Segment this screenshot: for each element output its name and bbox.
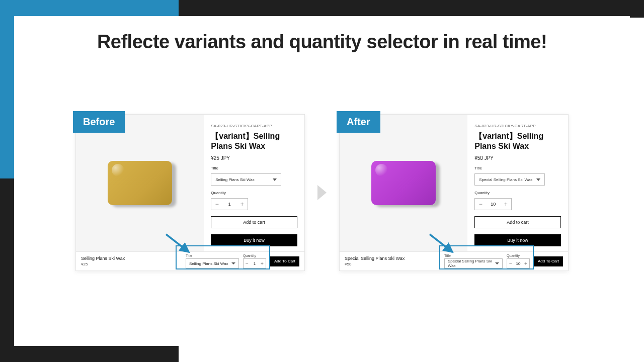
product-title: 【variant】Selling Plans Ski Wax	[211, 131, 297, 151]
sticky-variant-select[interactable]: Special Selling Plans Ski Wax	[444, 258, 503, 268]
sticky-qty-plus[interactable]: +	[522, 261, 529, 266]
sku-text: SA-023-UR-STICKY-CART-APP	[211, 124, 297, 128]
sticky-qty-minus[interactable]: −	[244, 261, 251, 266]
buy-now-button[interactable]: Buy it now	[474, 234, 561, 246]
qty-plus[interactable]: +	[236, 199, 248, 210]
headline: Reflecte variants and quantity selector …	[14, 31, 630, 53]
sku-text: SA-023-UR-STICKY-CART-APP	[474, 124, 561, 128]
after-details: SA-023-UR-STICKY-CART-APP 【variant】Selli…	[467, 115, 568, 251]
add-to-cart-button[interactable]: Add to cart	[474, 216, 561, 228]
qty-minus[interactable]: −	[211, 199, 222, 210]
variant-value: Special Selling Plans Ski Wax	[479, 177, 532, 182]
sticky-price: ¥50	[345, 262, 440, 266]
sticky-qty-value: 1	[251, 261, 259, 266]
sticky-qty-stepper[interactable]: − 10 +	[507, 258, 530, 268]
add-to-cart-button[interactable]: Add to cart	[211, 216, 297, 228]
sticky-qty-label: Quantity	[507, 254, 530, 257]
product-price: ¥50 JPY	[474, 155, 561, 161]
product-price: ¥25 JPY	[211, 155, 297, 161]
sticky-qty-value: 10	[514, 261, 522, 266]
qty-value: 10	[486, 202, 500, 207]
sticky-info: Selling Plans Ski Wax ¥25	[81, 256, 182, 266]
product-title: 【variant】Selling Plans Ski Wax	[474, 131, 561, 151]
after-image-area	[340, 115, 467, 251]
sticky-price: ¥25	[81, 262, 182, 266]
sticky-add-to-cart[interactable]: Add To Cart	[534, 256, 563, 266]
after-col: After SA-023-UR-STICKY-CART-APP 【variant…	[339, 114, 569, 271]
sticky-qty-group: Quantity − 10 +	[507, 254, 530, 268]
before-badge: Before	[73, 111, 125, 133]
buy-now-button[interactable]: Buy it now	[211, 234, 297, 246]
chevron-down-icon	[231, 262, 235, 264]
before-image-area	[76, 115, 204, 251]
sticky-info: Special Selling Plans Ski Wax ¥50	[345, 256, 440, 266]
arrow-annotation-icon	[427, 232, 462, 257]
before-details: SA-023-UR-STICKY-CART-APP 【variant】Selli…	[204, 115, 304, 251]
sticky-variant-value: Special Selling Plans Ski Wax	[448, 259, 495, 268]
sticky-qty-plus[interactable]: +	[259, 261, 266, 266]
page-card: Reflecte variants and quantity selector …	[14, 16, 630, 346]
quantity-stepper[interactable]: − 10 +	[474, 198, 512, 210]
quantity-stepper[interactable]: − 1 +	[211, 198, 248, 210]
before-col: Before SA-023-UR-STICKY-CART-APP 【varian…	[75, 114, 305, 271]
after-upper: SA-023-UR-STICKY-CART-APP 【variant】Selli…	[340, 115, 568, 251]
chevron-down-icon	[536, 178, 540, 181]
sticky-add-to-cart[interactable]: Add To Cart	[270, 256, 299, 266]
sticky-qty-stepper[interactable]: − 1 +	[243, 258, 266, 268]
variant-value: Selling Plans Ski Wax	[215, 177, 255, 182]
bg-dark-top	[179, 0, 644, 18]
before-upper: SA-023-UR-STICKY-CART-APP 【variant】Selli…	[76, 115, 304, 251]
qty-plus[interactable]: +	[500, 199, 511, 210]
sticky-qty-minus[interactable]: −	[507, 261, 514, 266]
variant-select[interactable]: Special Selling Plans Ski Wax	[474, 173, 545, 186]
chevron-down-icon	[495, 262, 499, 264]
sticky-variant-select[interactable]: Selling Plans Ski Wax	[186, 258, 239, 268]
arrow-annotation-icon	[164, 232, 199, 257]
transition-arrow-icon	[316, 184, 328, 201]
product-image-purple	[371, 161, 436, 205]
sticky-name: Special Selling Plans Ski Wax	[345, 256, 440, 261]
qty-minus[interactable]: −	[475, 199, 486, 210]
variant-select[interactable]: Selling Plans Ski Wax	[211, 173, 281, 186]
sticky-variant-value: Selling Plans Ski Wax	[189, 261, 228, 266]
qty-value: 1	[222, 202, 236, 207]
qty-label: Quantity	[211, 191, 297, 195]
after-badge: After	[337, 111, 380, 133]
title-label: Title	[211, 166, 297, 170]
sticky-qty-group: Quantity − 1 +	[243, 254, 266, 268]
comparison-row: Before SA-023-UR-STICKY-CART-APP 【varian…	[75, 114, 569, 271]
sticky-qty-label: Quantity	[243, 254, 266, 257]
product-image-yellow	[108, 161, 172, 205]
title-label: Title	[474, 166, 561, 170]
qty-label: Quantity	[474, 191, 561, 195]
chevron-down-icon	[273, 178, 277, 181]
